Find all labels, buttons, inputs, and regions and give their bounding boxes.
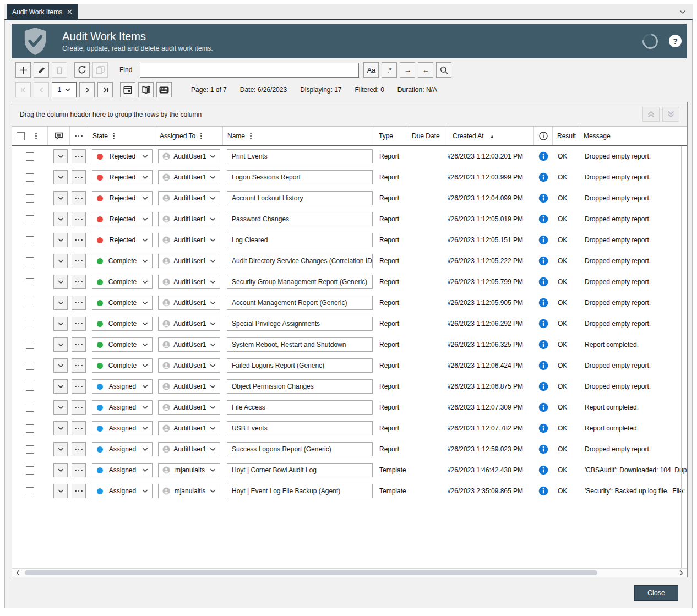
- name-textbox[interactable]: Object Permission Changes: [227, 379, 373, 394]
- state-dropdown[interactable]: Complete: [92, 296, 153, 310]
- tab-list-chevron-icon[interactable]: [679, 10, 686, 14]
- row-checkbox[interactable]: [26, 236, 34, 244]
- assigned-to-dropdown[interactable]: AuditUser1: [158, 212, 220, 226]
- assigned-to-dropdown[interactable]: AuditUser1: [158, 358, 220, 373]
- last-page-button[interactable]: [97, 82, 113, 97]
- column-menu-icon[interactable]: [35, 133, 37, 140]
- info-icon[interactable]: [538, 423, 548, 433]
- row-checkbox[interactable]: [26, 152, 34, 161]
- row-expand-button[interactable]: [53, 484, 68, 498]
- row-checkbox[interactable]: [26, 320, 34, 328]
- info-icon[interactable]: [538, 361, 548, 370]
- row-expand-button[interactable]: [53, 275, 68, 289]
- name-textbox[interactable]: Print Events: [227, 149, 373, 163]
- refresh-button[interactable]: [74, 62, 90, 78]
- row-actions-button[interactable]: [72, 233, 86, 247]
- name-textbox[interactable]: USB Events: [227, 421, 373, 435]
- assigned-column-menu-icon[interactable]: [200, 133, 202, 140]
- tab-audit-work-items[interactable]: Audit Work Items: [7, 4, 78, 19]
- row-actions-button[interactable]: [72, 358, 86, 373]
- expand-all-button[interactable]: [662, 107, 679, 122]
- info-icon[interactable]: [538, 214, 548, 224]
- previous-page-button[interactable]: [34, 82, 49, 97]
- row-checkbox[interactable]: [26, 194, 34, 203]
- row-actions-button[interactable]: [72, 484, 86, 498]
- help-button[interactable]: ?: [669, 35, 682, 47]
- search-button[interactable]: [436, 62, 451, 78]
- state-dropdown[interactable]: Complete: [92, 254, 153, 268]
- state-dropdown[interactable]: Complete: [92, 275, 153, 289]
- collapse-all-button[interactable]: [642, 107, 660, 122]
- name-textbox[interactable]: File Access: [227, 400, 373, 415]
- header-select-all[interactable]: [12, 127, 48, 145]
- row-expand-button[interactable]: [53, 379, 68, 394]
- row-checkbox[interactable]: [26, 487, 34, 495]
- row-checkbox[interactable]: [26, 424, 34, 433]
- tab-close-icon[interactable]: [67, 9, 72, 14]
- row-checkbox[interactable]: [26, 257, 34, 265]
- calendar-button[interactable]: [120, 82, 135, 97]
- duplicate-button[interactable]: [92, 62, 108, 78]
- row-expand-button[interactable]: [53, 212, 68, 226]
- row-expand-button[interactable]: [53, 296, 68, 310]
- delete-button[interactable]: [52, 62, 67, 78]
- info-icon[interactable]: [538, 277, 548, 287]
- row-checkbox[interactable]: [26, 466, 34, 475]
- find-input[interactable]: [140, 63, 359, 78]
- name-textbox[interactable]: Failed Logons Report (Generic): [227, 358, 373, 373]
- name-textbox[interactable]: Log Cleared: [227, 233, 373, 247]
- row-checkbox[interactable]: [26, 362, 34, 370]
- state-dropdown[interactable]: Rejected: [92, 212, 153, 226]
- row-expand-button[interactable]: [53, 233, 68, 247]
- state-dropdown[interactable]: Assigned: [92, 442, 153, 456]
- info-icon[interactable]: [538, 256, 548, 266]
- row-expand-button[interactable]: [53, 442, 68, 456]
- book-button[interactable]: [138, 82, 154, 97]
- assigned-to-dropdown[interactable]: mjanulaits: [158, 463, 220, 477]
- row-actions-button[interactable]: [72, 421, 86, 435]
- state-dropdown[interactable]: Rejected: [92, 191, 153, 205]
- row-actions-button[interactable]: [72, 275, 86, 289]
- row-expand-button[interactable]: [53, 191, 68, 205]
- info-icon[interactable]: [538, 465, 548, 475]
- select-all-checkbox[interactable]: [17, 132, 25, 140]
- info-icon[interactable]: [538, 298, 548, 308]
- header-result[interactable]: Result: [553, 127, 579, 145]
- row-checkbox[interactable]: [26, 173, 34, 182]
- row-checkbox[interactable]: [26, 445, 34, 454]
- info-icon[interactable]: [538, 402, 548, 412]
- close-button[interactable]: Close: [634, 585, 678, 601]
- assigned-to-dropdown[interactable]: AuditUser1: [158, 421, 220, 435]
- state-dropdown[interactable]: Rejected: [92, 170, 153, 184]
- header-comment-column[interactable]: [48, 127, 70, 145]
- state-dropdown[interactable]: Complete: [92, 358, 153, 373]
- row-checkbox[interactable]: [26, 278, 34, 286]
- info-icon[interactable]: [538, 319, 548, 329]
- assigned-to-dropdown[interactable]: AuditUser1: [158, 254, 220, 268]
- row-checkbox[interactable]: [26, 383, 34, 391]
- assigned-to-dropdown[interactable]: AuditUser1: [158, 337, 220, 352]
- row-actions-button[interactable]: [72, 170, 86, 184]
- header-actions-column[interactable]: [70, 127, 88, 145]
- horizontal-scrollbar-thumb[interactable]: [25, 570, 597, 575]
- assigned-to-dropdown[interactable]: AuditUser1: [158, 379, 220, 394]
- header-info-column[interactable]: [534, 127, 553, 145]
- header-assigned-to[interactable]: Assigned To: [155, 127, 223, 145]
- regex-button[interactable]: .*: [382, 62, 397, 78]
- assigned-to-dropdown[interactable]: AuditUser1: [158, 170, 220, 184]
- state-dropdown[interactable]: Assigned: [92, 484, 153, 498]
- find-previous-button[interactable]: ←: [418, 62, 433, 78]
- name-textbox[interactable]: Password Changes: [227, 212, 373, 226]
- state-dropdown[interactable]: Assigned: [92, 379, 153, 394]
- row-expand-button[interactable]: [53, 149, 68, 163]
- info-icon[interactable]: [538, 235, 548, 245]
- assigned-to-dropdown[interactable]: AuditUser1: [158, 275, 220, 289]
- state-dropdown[interactable]: Complete: [92, 337, 153, 352]
- assigned-to-dropdown[interactable]: mjanulaitis: [158, 484, 220, 498]
- header-type[interactable]: Type: [374, 127, 407, 145]
- row-actions-button[interactable]: [72, 149, 86, 163]
- assigned-to-dropdown[interactable]: AuditUser1: [158, 442, 220, 456]
- name-textbox[interactable]: Hoyt | Event Log File Backup (Agent): [227, 484, 373, 498]
- info-icon[interactable]: [538, 486, 548, 496]
- info-icon[interactable]: [538, 172, 548, 182]
